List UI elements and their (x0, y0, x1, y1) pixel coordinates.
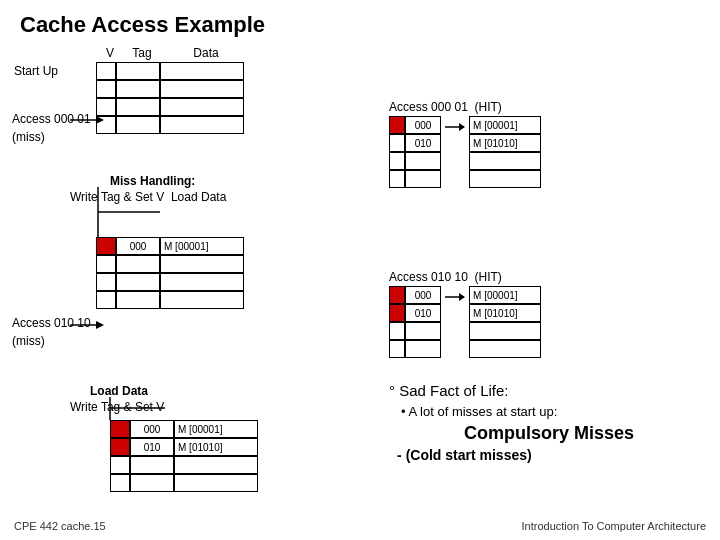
column-headers: V Tag Data (100, 46, 248, 60)
sad-fact-title: ° Sad Fact of Life: (389, 382, 709, 399)
footer-right: Introduction To Computer Architecture (522, 520, 706, 532)
write-tag-label: Write Tag & Set V Load Data (70, 190, 226, 204)
svg-marker-11 (459, 293, 465, 301)
hit2-area: Access 010 10 (HIT) 000 010 M [00001] M … (389, 270, 541, 358)
access1-label: Access 000 01 (miss) (12, 110, 91, 146)
hit2-arrow (445, 288, 465, 306)
hit1-label: Access 000 01 (HIT) (389, 100, 541, 114)
final-table: 000M [00001] 010M [01010] (110, 420, 258, 492)
access2-label: Access 010 10 (miss) (12, 314, 91, 350)
cold-start-text: - (Cold start misses) (397, 447, 709, 463)
bullet1-text: • A lot of misses at start up: (401, 404, 709, 419)
hit1-arrow (445, 118, 465, 136)
page-title: Cache Access Example (0, 0, 720, 42)
startup-table (96, 62, 244, 134)
compulsory-misses-text: Compulsory Misses (389, 423, 709, 444)
sad-fact-area: ° Sad Fact of Life: • A lot of misses at… (389, 382, 709, 463)
load-data2-label: Load Data (90, 384, 148, 398)
svg-marker-9 (459, 123, 465, 131)
miss-handling-label: Miss Handling: (110, 174, 195, 188)
write-tag-label2: Write Tag & Set V (70, 400, 164, 414)
hit2-label: Access 010 10 (HIT) (389, 270, 541, 284)
startup-label: Start Up (14, 64, 58, 78)
after-miss1-table: 000M [00001] (96, 237, 244, 309)
svg-marker-5 (96, 321, 104, 329)
hit1-area: Access 000 01 (HIT) 000 010 M [00001] M (389, 100, 541, 188)
footer-left: CPE 442 cache.15 (14, 520, 106, 532)
